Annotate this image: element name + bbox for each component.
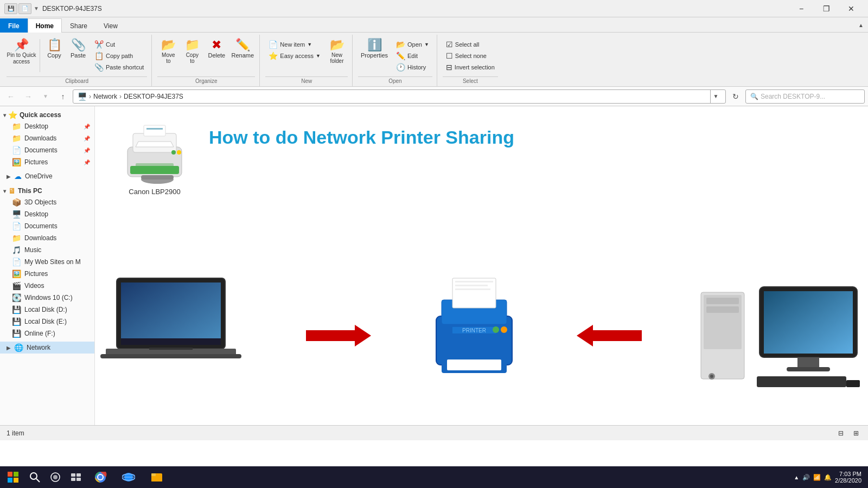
svg-rect-17 <box>149 348 193 350</box>
refresh-button[interactable]: ↻ <box>728 89 743 104</box>
onedrive-icon: ☁ <box>14 172 22 181</box>
delete-button[interactable]: ✖ Delete <box>205 37 228 61</box>
rename-button[interactable]: ✏️ Rename <box>230 37 255 61</box>
sidebar-item-downloads-pc[interactable]: 📁 Downloads <box>0 232 94 244</box>
taskbar-clock[interactable]: 7:03 PM 2/28/2020 <box>835 471 861 484</box>
copy-to-button[interactable]: 📁 Copyto <box>181 37 203 66</box>
copy-path-button[interactable]: 📋 Copy path <box>91 50 147 61</box>
sidebar-item-documents-pc[interactable]: 📄 Documents <box>0 220 94 232</box>
select-none-button[interactable]: ☐ Select none <box>443 50 498 61</box>
edit-button[interactable]: ✏️ Edit <box>393 50 432 61</box>
music-label: Music <box>24 246 90 254</box>
sidebar-item-music[interactable]: 🎵 Music <box>0 244 94 256</box>
close-button[interactable]: ✕ <box>839 0 864 17</box>
select-content: ☑ Select all ☐ Select none ⊟ Invert sele… <box>443 35 498 76</box>
open-button[interactable]: 📂 Open ▼ <box>393 39 432 50</box>
path-desktop[interactable]: DESKTOP-94JE37S <box>124 93 183 100</box>
clipboard-content: 📌 Pin to Quickaccess 📋 Copy 📎 Paste ✂️ C… <box>7 35 147 76</box>
mywebsites-icon: 📄 <box>12 258 21 266</box>
content-relative: Canon LBP2900 How to do Network Printer … <box>95 106 868 425</box>
sidebar-item-pictures-quick[interactable]: 🖼️ Pictures 📌 <box>0 156 94 168</box>
thispc-header[interactable]: ▾ 🖥 This PC <box>0 184 94 196</box>
sidebar-item-onlinef[interactable]: 💾 Online (F:) <box>0 328 94 339</box>
view-details-button[interactable]: ⊟ <box>835 428 846 439</box>
taskbar-search-button[interactable] <box>25 467 44 487</box>
forward-button[interactable]: → <box>21 89 36 104</box>
taskbar-chrome[interactable] <box>87 467 114 487</box>
tab-share[interactable]: Share <box>62 18 95 33</box>
quick-dropdown[interactable]: ▼ <box>34 5 39 11</box>
tab-file[interactable]: File <box>0 18 28 33</box>
search-box[interactable]: 🔍 Search DESKTOP-9... <box>745 89 865 104</box>
quick-access-header[interactable]: ▾ ⭐ Quick access <box>0 108 94 120</box>
history-button[interactable]: 🕐 History <box>393 62 432 73</box>
sidebar-item-locald[interactable]: 💾 Local Disk (D:) <box>0 304 94 316</box>
sidebar-item-network[interactable]: ▶ 🌐 Network <box>0 342 94 354</box>
network-icon: 🌐 <box>14 343 23 352</box>
pin-to-quick-access-button[interactable]: 📌 Pin to Quickaccess <box>7 37 36 67</box>
item-count: 1 item <box>7 429 24 437</box>
ribbon-group-open: ℹ️ Properties 📂 Open ▼ ✏️ Edit 🕐 History <box>354 35 437 86</box>
quick-blank[interactable]: 📄 <box>18 3 31 14</box>
svg-rect-13 <box>121 282 221 345</box>
easy-access-button[interactable]: ⭐ Easy access ▼ <box>265 50 324 61</box>
copy-button[interactable]: 📋 Copy <box>43 37 65 61</box>
ribbon-expand[interactable]: ▲ <box>854 18 868 32</box>
invert-selection-button[interactable]: ⊟ Invert selection <box>443 62 498 73</box>
new-item-button[interactable]: 📄 New item ▼ <box>265 39 324 50</box>
paste-shortcut-button[interactable]: 📎 Paste shortcut <box>91 62 147 73</box>
copy-icon: 📋 <box>47 39 62 51</box>
copy-path-icon: 📋 <box>94 52 104 60</box>
sidebar-item-locale[interactable]: 💾 Local Disk (E:) <box>0 316 94 328</box>
svg-marker-31 <box>577 325 642 346</box>
svg-rect-56 <box>76 478 81 481</box>
sidebar-item-documents-quick[interactable]: 📄 Documents 📌 <box>0 144 94 156</box>
taskbar-taskview[interactable] <box>66 467 86 487</box>
onedrive-label: OneDrive <box>25 172 90 180</box>
tab-view[interactable]: View <box>95 18 126 33</box>
taskbar-ie[interactable] <box>115 467 142 487</box>
new-folder-button[interactable]: 📂 Newfolder <box>326 37 348 66</box>
sidebar-item-pictures-pc[interactable]: 🖼️ Pictures <box>0 268 94 280</box>
path-network[interactable]: Network <box>93 93 117 100</box>
network-tray-icon[interactable]: 📶 <box>813 474 821 481</box>
sidebar-item-videos[interactable]: 🎬 Videos <box>0 280 94 292</box>
select-all-button[interactable]: ☑ Select all <box>443 39 498 50</box>
svg-rect-46 <box>14 472 18 477</box>
up-button[interactable]: ↑ <box>55 89 71 104</box>
view-tiles-button[interactable]: ⊞ <box>851 428 861 439</box>
properties-button[interactable]: ℹ️ Properties <box>358 37 391 61</box>
sidebar-item-3dobjects[interactable]: 📦 3D Objects <box>0 196 94 208</box>
address-path[interactable]: 🖥️ › Network › DESKTOP-94JE37S ▼ <box>73 89 726 104</box>
sidebar-item-onedrive[interactable]: ▶ ☁ OneDrive <box>0 170 94 182</box>
recent-button[interactable]: ▼ <box>38 89 53 104</box>
pictures-pc-label: Pictures <box>24 270 90 278</box>
sidebar-item-downloads-quick[interactable]: 📁 Downloads 📌 <box>0 132 94 144</box>
paste-button[interactable]: 📎 Paste <box>67 37 89 61</box>
new-item-label: New item <box>280 41 305 48</box>
address-bar: ← → ▼ ↑ 🖥️ › Network › DESKTOP-94JE37S ▼… <box>0 87 868 106</box>
copy-label: Copy <box>47 52 61 59</box>
notification-icon[interactable]: 🔔 <box>824 474 832 481</box>
minimize-button[interactable]: − <box>789 0 814 17</box>
path-dropdown[interactable]: ▼ <box>710 89 721 104</box>
taskbar-explorer[interactable] <box>143 467 170 487</box>
sidebar-item-mywebsites[interactable]: 📄 My Web Sites on M <box>0 256 94 268</box>
maximize-button[interactable]: ❐ <box>814 0 839 17</box>
sidebar-item-windows10c[interactable]: 💽 Windows 10 (C:) <box>0 292 94 304</box>
open-label: Open <box>407 41 422 48</box>
move-to-button[interactable]: 📂 Moveto <box>157 37 179 66</box>
cut-button[interactable]: ✂️ Cut <box>91 39 147 50</box>
back-button[interactable]: ← <box>3 89 18 104</box>
svg-point-59 <box>98 475 103 479</box>
sound-icon[interactable]: 🔊 <box>802 474 810 481</box>
start-button[interactable] <box>2 466 24 488</box>
quick-save[interactable]: 💾 <box>4 3 17 14</box>
sidebar-item-desktop-pc[interactable]: 🖥️ Desktop <box>0 208 94 220</box>
taskbar-cortana[interactable] <box>46 467 65 487</box>
pin-icon: 📌 <box>14 39 29 51</box>
tab-home[interactable]: Home <box>28 18 62 33</box>
disk-f-label: Online (F:) <box>24 330 90 337</box>
sidebar-item-desktop-quick[interactable]: 📁 Desktop 📌 <box>0 120 94 132</box>
tray-expand[interactable]: ▲ <box>794 474 799 480</box>
